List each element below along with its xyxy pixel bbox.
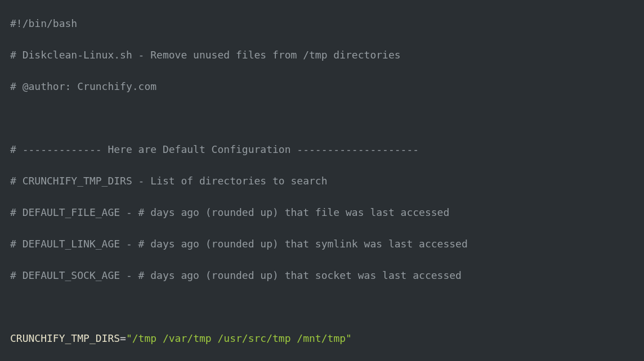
operator: = (120, 332, 126, 344)
comment: # Diskclean-Linux.sh - Remove unused fil… (10, 49, 401, 61)
code-line[interactable]: # DEFAULT_SOCK_AGE - # days ago (rounded… (10, 268, 644, 283)
code-line[interactable] (10, 299, 644, 315)
code-line[interactable]: CRUNCHIFY_TMP_DIRS="/tmp /var/tmp /usr/s… (10, 331, 644, 346)
variable-name: CRUNCHIFY_TMP_DIRS (10, 332, 120, 344)
shebang: #!/bin/bash (10, 17, 77, 29)
code-line[interactable]: # CRUNCHIFY_TMP_DIRS - List of directori… (10, 173, 644, 189)
code-line[interactable]: # @author: Crunchify.com (10, 79, 644, 94)
editor-gutter (0, 0, 10, 361)
code-line[interactable]: # DEFAULT_LINK_AGE - # days ago (rounded… (10, 236, 644, 252)
string-literal: "/tmp /var/tmp /usr/src/tmp /mnt/tmp" (126, 332, 352, 344)
code-line[interactable]: # DEFAULT_FILE_AGE - # days ago (rounded… (10, 205, 644, 220)
code-line[interactable]: # Diskclean-Linux.sh - Remove unused fil… (10, 47, 644, 63)
comment: # DEFAULT_FILE_AGE - # days ago (rounded… (10, 206, 449, 218)
comment: # ------------- Here are Default Configu… (10, 143, 419, 155)
code-editor[interactable]: #!/bin/bash # Diskclean-Linux.sh - Remov… (10, 0, 644, 361)
code-line[interactable]: # ------------- Here are Default Configu… (10, 142, 644, 157)
comment: # @author: Crunchify.com (10, 80, 156, 92)
comment: # CRUNCHIFY_TMP_DIRS - List of directori… (10, 175, 328, 187)
code-line[interactable] (10, 110, 644, 126)
comment: # DEFAULT_SOCK_AGE - # days ago (rounded… (10, 269, 462, 281)
code-line[interactable]: #!/bin/bash (10, 16, 644, 31)
comment: # DEFAULT_LINK_AGE - # days ago (rounded… (10, 238, 468, 250)
